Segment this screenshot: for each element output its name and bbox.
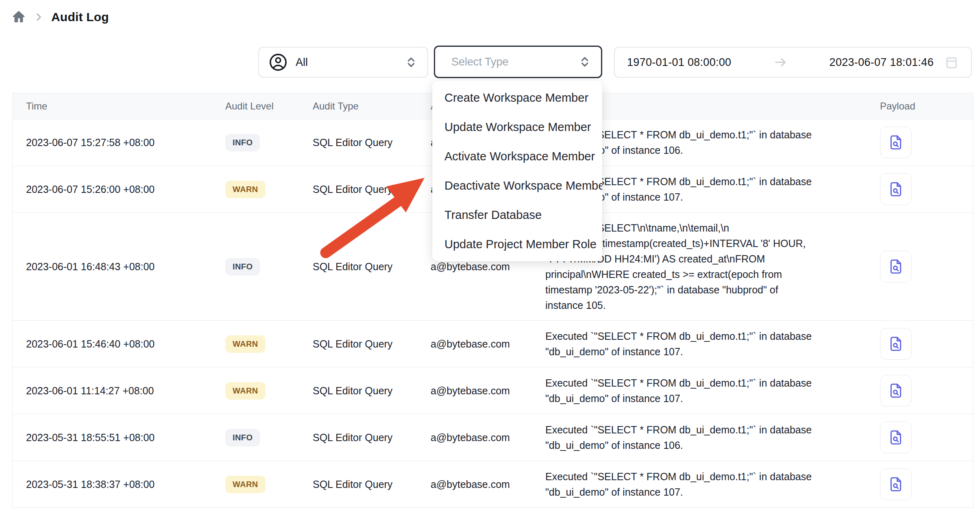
file-search-icon [888, 476, 904, 492]
audit-payload-cell [867, 422, 973, 453]
audit-comment: Executed `"SELECT * FROM db_ui_demo.t1;"… [545, 375, 867, 406]
header-time: Time [13, 101, 225, 112]
audit-type: SQL Editor Query [313, 184, 431, 195]
file-search-icon [888, 383, 904, 399]
audit-comment-line: Executed `"SELECT * FROM db_ui_demo.t1;"… [545, 375, 867, 391]
arrow-right-icon [773, 55, 787, 69]
audit-comment-line: Executed `"SELECT * FROM db_ui_demo.t1;"… [545, 469, 867, 484]
type-dropdown-item[interactable]: Update Workspace Member [432, 112, 602, 142]
file-search-icon [888, 258, 904, 275]
audit-comment-line: "db_ui_demo" of instance 107. [545, 484, 867, 500]
audit-payload-cell [867, 375, 973, 407]
audit-level-cell: WARN [225, 181, 313, 198]
audit-type: SQL Editor Query [313, 261, 431, 273]
audit-comment: Executed `"SELECT * FROM db_ui_demo.t1;"… [545, 328, 867, 359]
view-payload-button[interactable] [880, 173, 912, 205]
view-payload-button[interactable] [880, 375, 912, 407]
audit-type: SQL Editor Query [313, 137, 431, 149]
audit-payload-cell [867, 251, 973, 282]
type-dropdown-menu: Create Workspace Member Update Workspace… [432, 81, 602, 261]
audit-level-badge: INFO [225, 134, 260, 151]
person-circle-icon [269, 53, 287, 72]
audit-type: SQL Editor Query [313, 385, 431, 397]
header-audit-type: Audit Type [313, 101, 431, 112]
audit-time: 2023-06-01 15:46:40 +08:00 [13, 338, 225, 350]
audit-level-badge: WARN [225, 476, 266, 493]
audit-payload-cell [867, 127, 973, 158]
date-range-picker[interactable]: 1970-01-01 08:00:00 2023-06-07 18:01:46 [614, 47, 972, 78]
date-range-end[interactable]: 2023-06-07 18:01:46 [830, 56, 934, 69]
actor-filter-value: All [296, 56, 308, 69]
calendar-icon [944, 55, 959, 70]
actor-filter-select[interactable]: All [258, 47, 428, 78]
home-icon[interactable] [11, 10, 26, 24]
type-filter-placeholder: Select Type [445, 56, 509, 68]
audit-time: 2023-06-01 11:14:27 +08:00 [13, 385, 225, 397]
audit-time: 2023-05-31 18:55:51 +08:00 [13, 432, 225, 444]
table-row: 2023-05-31 18:38:37 +08:00 WARN SQL Edit… [13, 461, 973, 508]
chevron-updown-icon [578, 55, 591, 68]
type-dropdown-item[interactable]: Transfer Database [432, 200, 602, 230]
type-dropdown-item[interactable]: Create Workspace Member [432, 83, 602, 112]
audit-comment-line: "db_ui_demo" of instance 107. [545, 344, 867, 359]
audit-comment-line: "db_ui_demo" of instance 106. [545, 437, 867, 453]
chevron-right-icon [33, 12, 44, 22]
file-search-icon [888, 429, 904, 446]
audit-level-badge: WARN [225, 181, 266, 198]
audit-actor: a@bytebase.com [431, 385, 545, 397]
audit-comment-line: principal\nWHERE created_ts >= extract(e… [545, 267, 867, 282]
audit-actor: a@bytebase.com [431, 479, 545, 490]
audit-level-cell: INFO [225, 258, 313, 275]
audit-actor: a@bytebase.com [431, 432, 545, 444]
audit-time: 2023-06-07 15:27:58 +08:00 [13, 137, 225, 149]
audit-comment-line: Executed `"SELECT * FROM db_ui_demo.t1;"… [545, 422, 867, 437]
audit-payload-cell [867, 468, 973, 500]
view-payload-button[interactable] [880, 422, 912, 453]
audit-level-badge: WARN [225, 382, 266, 400]
audit-level-badge: INFO [225, 258, 260, 275]
table-row: 2023-06-01 11:14:27 +08:00 WARN SQL Edit… [13, 367, 973, 414]
audit-time: 2023-06-07 15:26:00 +08:00 [13, 184, 225, 195]
file-search-icon [888, 134, 904, 151]
audit-level-cell: WARN [225, 335, 313, 353]
audit-level-cell: INFO [225, 429, 313, 446]
audit-comment-line: instance 105. [545, 297, 867, 313]
page-title: Audit Log [51, 10, 109, 24]
table-row: 2023-06-01 15:46:40 +08:00 WARN SQL Edit… [13, 321, 973, 367]
audit-level-cell: INFO [225, 134, 313, 151]
audit-comment: Executed `"SELECT * FROM db_ui_demo.t1;"… [545, 422, 867, 453]
audit-comment-line: Executed `"SELECT * FROM db_ui_demo.t1;"… [545, 328, 867, 344]
view-payload-button[interactable] [880, 251, 912, 282]
audit-level-badge: WARN [225, 335, 266, 353]
audit-type: SQL Editor Query [313, 479, 431, 490]
file-search-icon [888, 181, 904, 197]
audit-actor: a@bytebase.com [431, 338, 545, 350]
header-payload: Payload [867, 101, 973, 112]
type-dropdown-item[interactable]: Update Project Member Role [432, 230, 602, 259]
type-filter-select[interactable]: Select Type [434, 46, 602, 78]
audit-type: SQL Editor Query [313, 338, 431, 350]
chevron-updown-icon [405, 56, 418, 69]
type-dropdown-item[interactable]: Activate Workspace Member [432, 142, 602, 171]
breadcrumb: Audit Log [11, 10, 109, 24]
audit-payload-cell [867, 328, 973, 360]
view-payload-button[interactable] [880, 127, 912, 158]
audit-type: SQL Editor Query [313, 432, 431, 444]
file-search-icon [888, 336, 904, 352]
audit-level-cell: WARN [225, 476, 313, 493]
audit-comment-line: timestamp '2023-05-22');"` in database "… [545, 282, 867, 297]
audit-time: 2023-05-31 18:38:37 +08:00 [13, 479, 225, 490]
audit-payload-cell [867, 173, 973, 205]
table-row: 2023-05-31 18:55:51 +08:00 INFO SQL Edit… [13, 414, 973, 461]
date-range-start[interactable]: 1970-01-01 08:00:00 [627, 56, 731, 69]
audit-comment: Executed `"SELECT * FROM db_ui_demo.t1;"… [545, 469, 867, 500]
type-dropdown-item[interactable]: Deactivate Workspace Member [432, 171, 602, 200]
audit-level-cell: WARN [225, 382, 313, 400]
header-audit-level: Audit Level [225, 101, 313, 112]
view-payload-button[interactable] [880, 468, 912, 500]
audit-time: 2023-06-01 16:48:43 +08:00 [13, 261, 225, 273]
audit-comment-line: "db_ui_demo" of instance 107. [545, 391, 867, 406]
view-payload-button[interactable] [880, 328, 912, 360]
audit-level-badge: INFO [225, 429, 260, 446]
audit-actor: a@bytebase.com [431, 261, 545, 273]
